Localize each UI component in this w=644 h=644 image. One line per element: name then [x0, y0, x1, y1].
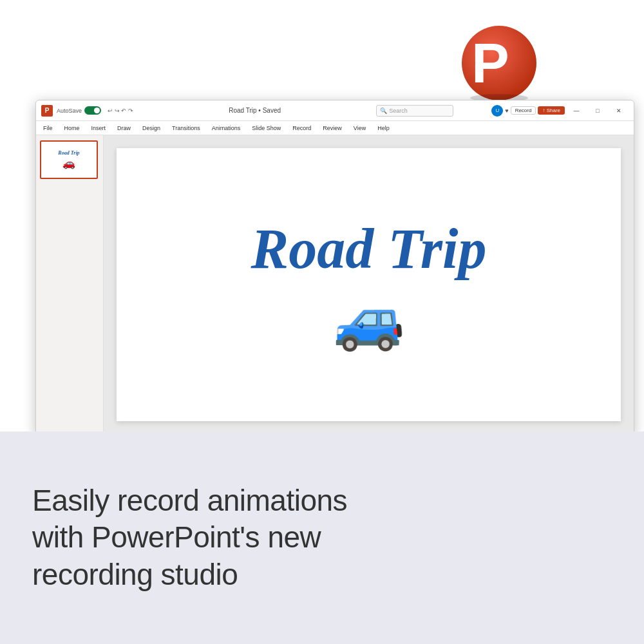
app-window: P AutoSave ↩ ↪ ↶ ↷ Road Trip • Saved 🔍 S… [35, 100, 634, 435]
app-body: Road Trip 🚗 Road Trip 🚙 [36, 135, 634, 434]
search-area: 🔍 Search [361, 105, 468, 117]
user-avatar[interactable]: U [491, 105, 503, 117]
ribbon-insert[interactable]: Insert [90, 124, 108, 133]
autosave-toggle[interactable] [84, 106, 101, 115]
ribbon-review[interactable]: Review [321, 124, 344, 133]
ribbon-slideshow[interactable]: Slide Show [250, 124, 283, 133]
search-placeholder: Search [389, 108, 408, 114]
slide-canvas: Road Trip 🚙 [117, 148, 621, 421]
record-button[interactable]: Record [511, 106, 536, 115]
ribbon: File Home Insert Draw Design Transitions… [36, 121, 634, 135]
ribbon-transitions[interactable]: Transitions [170, 124, 202, 133]
thumbnail-title: Road Trip [58, 150, 79, 156]
title-bar-left: P AutoSave ↩ ↪ ↶ ↷ [41, 105, 148, 117]
bottom-section: Easily record animations with PowerPoint… [0, 431, 644, 644]
close-button[interactable]: ✕ [609, 105, 629, 117]
slide-car-emoji: 🚙 [333, 290, 405, 348]
bottom-description: Easily record animations with PowerPoint… [32, 482, 347, 594]
ribbon-draw[interactable]: Draw [115, 124, 133, 133]
powerpoint-logo: P [457, 19, 541, 103]
ppt-icon-small: P [41, 105, 53, 117]
ribbon-record[interactable]: Record [290, 124, 313, 133]
svg-text:P: P [471, 31, 509, 95]
minimize-button[interactable]: — [567, 105, 586, 117]
title-bar: P AutoSave ↩ ↪ ↶ ↷ Road Trip • Saved 🔍 S… [36, 100, 634, 121]
thumbnail-car: 🚗 [62, 157, 75, 169]
ribbon-animations[interactable]: Animations [210, 124, 243, 133]
ribbon-design[interactable]: Design [140, 124, 162, 133]
slide-thumbnail-1[interactable]: Road Trip 🚗 [40, 140, 98, 179]
ribbon-help[interactable]: Help [375, 124, 392, 133]
slide-panel: Road Trip 🚗 [36, 135, 104, 434]
title-bar-controls: U ♥ Record ↑ Share — □ ✕ [468, 105, 629, 117]
ribbon-file[interactable]: File [41, 124, 55, 133]
ribbon-home[interactable]: Home [62, 124, 82, 133]
maximize-button[interactable]: □ [588, 105, 607, 117]
search-box[interactable]: 🔍 Search [376, 105, 453, 117]
slide-title-text: Road Trip [251, 221, 487, 278]
share-button[interactable]: ↑ Share [538, 106, 565, 115]
autosave-label: AutoSave [57, 108, 82, 114]
document-title: Road Trip • Saved [148, 107, 362, 114]
ribbon-view[interactable]: View [352, 124, 368, 133]
main-slide-area: Road Trip 🚙 [104, 135, 634, 434]
